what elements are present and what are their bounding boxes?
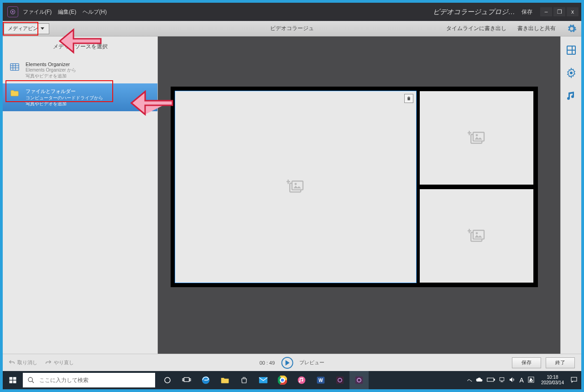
svg-rect-37 (259, 377, 267, 383)
add-media-icon (468, 229, 486, 243)
source-ff-line1: コンピューターのハードドライブから (26, 95, 103, 101)
svg-rect-11 (287, 181, 290, 182)
menu-help[interactable]: ヘルプ(H) (83, 8, 107, 16)
svg-rect-50 (487, 378, 493, 382)
svg-rect-16 (468, 132, 471, 133)
save-top-link[interactable]: 保存 (521, 8, 532, 16)
grid-icon (9, 62, 20, 72)
redo-label: やり直し (54, 359, 74, 366)
export-timeline-button[interactable]: タイムラインに書き出し (446, 25, 506, 32)
window-minimize-button[interactable]: – (540, 7, 552, 16)
chevron-down-icon (41, 27, 44, 30)
svg-rect-2 (10, 64, 19, 71)
tray-ime-a-icon[interactable]: A (520, 377, 524, 384)
collage-cell-3[interactable] (420, 189, 533, 283)
svg-rect-26 (10, 377, 13, 380)
svg-rect-51 (494, 379, 495, 380)
svg-rect-18 (473, 230, 484, 239)
svg-rect-8 (292, 181, 303, 190)
media-source-header: メディアソースを選択 (3, 36, 157, 57)
media-bin-label: メディアビン (8, 25, 38, 32)
menu-edit[interactable]: 編集(E) (58, 8, 76, 16)
tray-notification-icon[interactable] (570, 376, 578, 385)
taskbar-date: 2020/03/14 (541, 380, 564, 386)
collage-cell-2[interactable] (420, 91, 533, 185)
save-button[interactable]: 保存 (512, 357, 541, 368)
explorer-icon[interactable] (215, 371, 235, 389)
app-icon (7, 6, 18, 17)
svg-point-14 (475, 134, 478, 136)
taskbar-search[interactable]: ここに入力して検索 (23, 373, 155, 387)
tray-volume-icon[interactable] (509, 377, 516, 384)
tray-chevron-icon[interactable]: ヘ (467, 377, 472, 384)
premiere-icon-1[interactable] (330, 371, 349, 389)
collage-cell-1[interactable] (175, 91, 416, 283)
svg-rect-57 (571, 377, 577, 381)
svg-point-42 (281, 379, 284, 382)
playback-time: 00 : 49 (260, 360, 275, 366)
page-title: ビデオコラージュ (270, 25, 314, 32)
svg-rect-52 (500, 377, 504, 381)
svg-rect-46 (336, 377, 344, 384)
source-elements-organizer[interactable]: Elements Organizer Elements Organizer から… (3, 57, 157, 83)
project-title: ビデオコラージュプロジ… (433, 8, 515, 16)
search-icon (27, 377, 35, 384)
tray-ime-kana-icon[interactable]: あ (527, 376, 535, 385)
taskbar-search-placeholder: ここに入力して検索 (39, 377, 89, 384)
source-files-folders[interactable]: ファイルとフォルダー コンピューターのハードドライブから 写真やビデオを追加 (3, 83, 157, 111)
taskbar-clock[interactable]: 10:18 2020/03/14 (538, 375, 567, 386)
delete-cell-button[interactable] (404, 94, 413, 103)
svg-point-1 (12, 11, 13, 12)
layout-icon[interactable] (566, 45, 577, 56)
tray-cloud-icon[interactable] (476, 377, 483, 384)
folder-icon (9, 88, 20, 99)
premiere-icon-2[interactable] (349, 371, 369, 389)
store-icon[interactable] (235, 371, 254, 389)
svg-rect-35 (189, 379, 190, 381)
svg-point-19 (475, 232, 478, 234)
add-media-icon (287, 180, 305, 194)
svg-rect-28 (10, 381, 13, 383)
window-maximize-button[interactable]: ❐ (553, 7, 565, 16)
svg-rect-48 (355, 377, 363, 384)
itunes-icon[interactable] (292, 371, 311, 389)
tray-battery-icon[interactable] (487, 377, 495, 384)
svg-rect-33 (184, 377, 189, 382)
redo-button[interactable]: やり直し (45, 359, 74, 366)
done-button[interactable]: 終了 (546, 357, 575, 368)
svg-point-43 (298, 377, 306, 384)
tray-network-icon[interactable] (499, 377, 505, 384)
chrome-icon[interactable] (273, 371, 292, 389)
svg-text:W: W (318, 378, 323, 383)
play-icon (286, 360, 290, 366)
undo-label: 取り消し (17, 359, 37, 366)
effects-gear-icon[interactable] (566, 67, 577, 78)
music-icon[interactable] (566, 90, 577, 101)
mail-icon[interactable] (254, 371, 273, 389)
svg-rect-29 (13, 381, 16, 383)
svg-line-31 (32, 381, 34, 383)
svg-point-30 (28, 377, 32, 382)
undo-button[interactable]: 取り消し (8, 359, 37, 366)
svg-point-9 (295, 183, 297, 185)
source-eo-line2: 写真やビデオを追加 (26, 73, 76, 79)
export-share-button[interactable]: 書き出しと共有 (517, 25, 556, 32)
preview-label: プレビュー (299, 359, 324, 366)
taskview-icon[interactable] (177, 371, 196, 389)
collage-canvas (171, 87, 538, 287)
edge-icon[interactable] (196, 371, 215, 389)
svg-point-32 (165, 377, 170, 383)
svg-point-25 (570, 72, 573, 74)
svg-rect-21 (468, 230, 471, 231)
menu-file[interactable]: ファイル(F) (23, 8, 52, 16)
windows-start-button[interactable] (3, 371, 23, 389)
play-button[interactable] (281, 357, 293, 369)
cortana-icon[interactable] (158, 371, 177, 389)
source-eo-title: Elements Organizer (26, 62, 76, 67)
window-close-button[interactable]: x (567, 7, 579, 16)
source-ff-title: ファイルとフォルダー (26, 88, 103, 95)
gear-icon[interactable] (567, 24, 577, 34)
word-icon[interactable]: W (311, 371, 330, 389)
source-eo-line1: Elements Organizer から (26, 67, 76, 73)
media-bin-dropdown[interactable]: メディアビン (4, 23, 49, 34)
